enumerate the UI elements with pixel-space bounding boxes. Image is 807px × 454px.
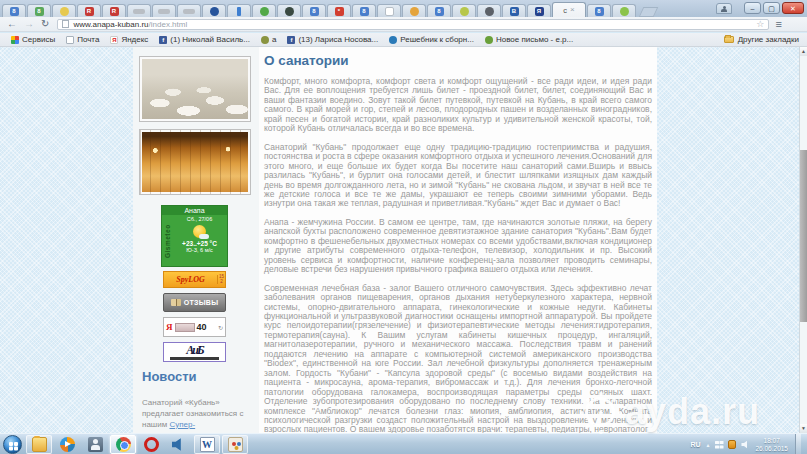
page-icon <box>62 20 69 28</box>
browser-tab[interactable]: 8 <box>427 4 451 17</box>
opera-icon <box>144 437 159 452</box>
browser-tab[interactable] <box>127 4 151 17</box>
forward-icon[interactable]: → <box>24 19 34 29</box>
folder-icon <box>724 36 734 43</box>
browser-tab[interactable] <box>612 4 636 17</box>
currency-banner[interactable]: Я 40 ↻ <box>163 317 226 337</box>
maximize-button[interactable]: ▢ <box>763 2 780 14</box>
tab-favicon: R <box>85 7 94 16</box>
browser-tab[interactable] <box>452 4 476 17</box>
ya-bookmark-icon: Я <box>110 36 118 44</box>
volume-taskbar-button[interactable] <box>166 435 192 454</box>
article: О санатории Комфорт, много комфорта, ком… <box>264 53 652 444</box>
browser-tab[interactable]: 8 <box>302 4 326 17</box>
bookmark-item[interactable]: Новое письмо - е.р... <box>485 35 573 44</box>
ab-banner-strip <box>170 357 219 360</box>
ab-banner[interactable]: АиБ <box>163 342 226 362</box>
update-icon[interactable] <box>728 440 736 449</box>
bookmark-item[interactable]: f(13) Лариса Носова... <box>287 35 378 44</box>
bookmark-label: Яндекс <box>121 35 148 44</box>
bookmark-item[interactable]: Почта <box>66 35 99 44</box>
clock[interactable]: 18:07 26.06.2015 <box>755 437 788 453</box>
user-taskbar-button[interactable] <box>82 435 108 454</box>
article-paragraph: Комфорт, много комфорта, комфорт света и… <box>264 77 652 134</box>
other-bookmarks[interactable]: Другие закладки <box>724 35 799 44</box>
address-bar[interactable]: www.anapa-kuban.ru/index.html ☆ <box>57 19 769 30</box>
book-icon <box>171 299 181 306</box>
show-desktop-button[interactable] <box>795 434 801 454</box>
weather-widget[interactable]: Анапа Gismeteo Сб., 27/06 +23..+25 °C Ю-… <box>161 205 228 267</box>
opera-taskbar-button[interactable] <box>138 435 164 454</box>
scroll-up-icon[interactable]: ▲ <box>800 47 807 56</box>
browser-tab[interactable] <box>202 4 226 17</box>
bookmark-label: Сервисы <box>22 35 55 44</box>
active-tab[interactable]: c× <box>552 2 586 17</box>
fb-bookmark-icon: f <box>287 36 295 44</box>
start-button[interactable] <box>3 435 22 454</box>
sanatorium-photo-1 <box>139 56 251 122</box>
browser-tab[interactable] <box>52 4 76 17</box>
page-bookmark-icon <box>66 36 74 44</box>
volume-icon[interactable] <box>741 440 750 449</box>
counter-banner[interactable]: SpyLOG 152 <box>163 271 226 288</box>
menu-icon[interactable]: ≡ <box>775 19 781 30</box>
reviews-button[interactable]: ОТЗЫВЫ <box>163 293 226 312</box>
browser-tab[interactable] <box>252 4 276 17</box>
browser-tab[interactable]: R <box>102 4 126 17</box>
profile-button[interactable] <box>716 3 732 14</box>
tab-favicon: B <box>510 7 519 16</box>
page-viewport: Анапа Gismeteo Сб., 27/06 +23..+25 °C Ю-… <box>0 47 807 433</box>
tab-favicon <box>485 7 494 16</box>
active-tab-label: c <box>563 6 567 15</box>
system-tray: RU ▲ 18:07 26.06.2015 <box>690 434 801 454</box>
browser-tab[interactable]: * <box>327 4 351 17</box>
bookmark-star-icon[interactable]: ☆ <box>756 20 764 29</box>
url-text[interactable]: www.anapa-kuban.ru/index.html <box>73 20 187 29</box>
browser-tab[interactable]: B <box>502 4 526 17</box>
refresh-icon[interactable]: ↻ <box>41 19 49 29</box>
chrome-taskbar-button[interactable] <box>110 435 136 454</box>
tab-close-icon[interactable]: × <box>570 6 575 14</box>
browser-tab[interactable] <box>227 4 251 17</box>
desktop: 88RR8*88BЯc×8 – ▢ ✕ ← → ↻ www.anapa-kuba… <box>0 0 807 454</box>
bookmark-item[interactable]: Решебник к сборн... <box>389 35 474 44</box>
explorer-taskbar-button[interactable] <box>26 435 52 454</box>
browser-tab[interactable]: 8 <box>352 4 376 17</box>
browser-tab[interactable] <box>377 4 401 17</box>
scrollbar-thumb[interactable] <box>800 150 807 322</box>
browser-tab[interactable]: R <box>77 4 101 17</box>
bookmark-item[interactable]: f(1) Николай Василь... <box>159 35 250 44</box>
page-content: Анапа Gismeteo Сб., 27/06 +23..+25 °C Ю-… <box>133 47 657 433</box>
article-paragraph: Анапа - жемчужина России. В самом ее цен… <box>264 218 652 275</box>
browser-tab[interactable]: 8 <box>2 4 26 17</box>
wmp-taskbar-button[interactable] <box>54 435 80 454</box>
browser-tab[interactable] <box>477 4 501 17</box>
scroll-down-icon[interactable]: ▼ <box>800 424 807 433</box>
browser-tab[interactable] <box>277 4 301 17</box>
gismeteo-logo: Gismeteo <box>162 216 173 266</box>
close-button[interactable]: ✕ <box>782 2 804 14</box>
new-tab-button[interactable] <box>639 7 659 17</box>
browser-tab[interactable]: 8 <box>587 4 611 17</box>
minimize-button[interactable]: – <box>744 2 761 14</box>
language-indicator[interactable]: RU <box>690 441 700 448</box>
tray-expand-icon[interactable]: ▲ <box>706 442 711 448</box>
word-taskbar-button[interactable] <box>194 435 220 454</box>
weather-wind: Ю-З, 6 м/с <box>174 247 225 253</box>
browser-tab[interactable] <box>177 4 201 17</box>
scrollbar[interactable]: ▲ ▼ <box>799 47 807 433</box>
paint-taskbar-button[interactable] <box>222 435 248 454</box>
browser-tab[interactable] <box>402 4 426 17</box>
weather-city: Анапа <box>162 206 227 215</box>
action-center-icon[interactable] <box>715 441 723 449</box>
bookmark-label: Решебник к сборн... <box>400 35 474 44</box>
bookmark-item[interactable]: ЯЯндекс <box>110 35 148 44</box>
bookmark-item[interactable]: a <box>261 35 276 44</box>
browser-tab[interactable]: 8 <box>27 4 51 17</box>
back-icon[interactable]: ← <box>7 19 17 29</box>
chrome-icon <box>116 437 131 452</box>
browser-tab[interactable]: Я <box>527 4 551 17</box>
browser-tab[interactable] <box>152 4 176 17</box>
word-icon <box>200 437 215 452</box>
bookmark-item[interactable]: Сервисы <box>11 35 55 44</box>
